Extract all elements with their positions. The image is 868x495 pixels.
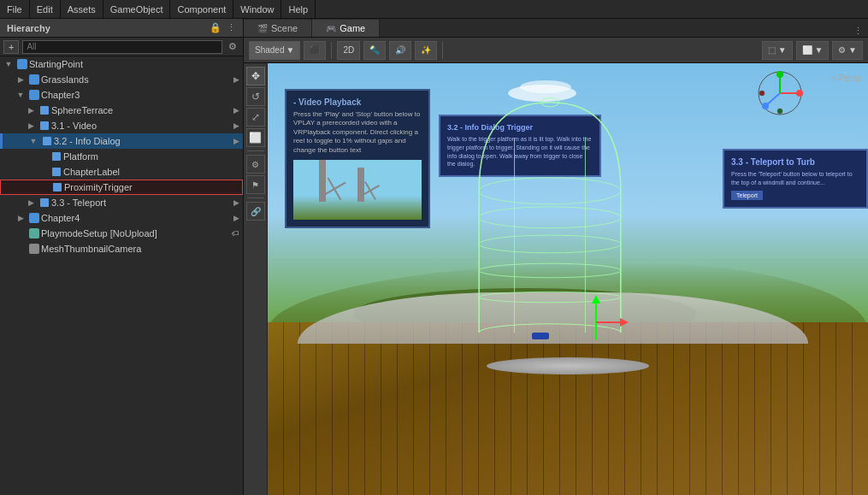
svg-point-15 (796, 90, 803, 97)
rotate-tool[interactable]: ↺ (246, 87, 265, 106)
more-icon[interactable]: ⋮ (227, 22, 236, 33)
tree-item-label: ChapterLabel (63, 167, 239, 177)
tree-item-label: PlaymodeSetup [NoUpload] (41, 228, 228, 239)
tree-item-sphere-terrace[interactable]: ▶ SphereTerrace ▶ (0, 103, 243, 118)
video-panel-text: Press the 'Play' and 'Stop' button below… (293, 110, 422, 155)
arrow-icon: ▶ (24, 198, 38, 207)
shaded-button[interactable]: Shaded ▼ (249, 41, 300, 60)
dropdown-arrow-icon: ▼ (286, 45, 294, 55)
tree-item-label: 3.1 - Video (51, 121, 233, 131)
camera-btn[interactable]: ⬚ ▼ (762, 41, 793, 60)
tree-item-label: Chapter3 (41, 90, 239, 100)
tree-item-label: Platform (63, 151, 239, 162)
menu-component[interactable]: Component (170, 0, 233, 18)
arrow-icon (14, 245, 27, 253)
svg-point-3 (479, 263, 621, 278)
hierarchy-panel-header: Hierarchy 🔒 ⋮ (0, 19, 243, 38)
scene-tab-icon: 🎬 (257, 24, 268, 33)
svg-point-19 (762, 103, 769, 109)
tree-item-33-teleport[interactable]: ▶ 3.3 - Teleport ▶ (0, 195, 243, 210)
right-arrow-icon: ▶ (233, 198, 239, 207)
menu-file[interactable]: File (0, 0, 30, 18)
2d-toggle-button[interactable]: 2D (337, 41, 360, 60)
right-area: 🎬 Scene 🎮 Game ⋮ Shaded ▼ ⬛ 2D (244, 19, 868, 495)
tag-icon: 🏷 (232, 229, 239, 238)
tree-item-label: MeshThumbnailCamera (41, 244, 239, 254)
tab-scene[interactable]: 🎬 Scene (244, 20, 312, 37)
arrow-icon (36, 152, 50, 161)
light-button[interactable]: 🔦 (363, 41, 386, 60)
top-bar: File Edit Assets GameObject Component Wi… (0, 0, 868, 19)
tree-item-label: 3.2 - Info Dialog (54, 136, 233, 146)
rect-select-tool[interactable]: ⬜ (246, 128, 265, 147)
tree-item-label: Chapter4 (41, 213, 233, 223)
audio-icon: 🔊 (395, 45, 405, 55)
tree-item-mesh-thumbnail[interactable]: MeshThumbnailCamera (0, 241, 243, 256)
tree-item-label: StartingPoint (29, 59, 239, 69)
tree-item-proximity-trigger[interactable]: ProximityTrigger (0, 180, 243, 195)
menu-edit[interactable]: Edit (30, 0, 61, 18)
right-arrow-icon: ▶ (233, 106, 239, 115)
windmill-blade-3 (323, 182, 346, 197)
tree-item-chapter-label[interactable]: ChapterLabel (0, 164, 243, 180)
teleport-text: Press the 'Teleport' button below to tel… (731, 170, 859, 187)
tree-item-platform[interactable]: Platform (0, 149, 243, 164)
top-tabs: 🎬 Scene 🎮 Game ⋮ (244, 19, 868, 38)
display-btn[interactable]: ⬜ ▼ (796, 41, 830, 60)
scene-more-icon[interactable]: ⋮ (853, 26, 863, 37)
toolbar-separator (331, 42, 332, 59)
scene-content-area: - Video Playback Press the 'Play' and 'S… (268, 63, 868, 495)
svg-point-2 (479, 235, 621, 253)
arrow-icon (36, 168, 50, 176)
svg-marker-12 (620, 318, 629, 327)
game-tab-icon: 🎮 (326, 24, 336, 33)
cube-icon (50, 180, 64, 194)
tree-item-32-info-dialog[interactable]: ▼ 3.2 - Info Dialog ▶ (0, 133, 243, 149)
hand-move-tool[interactable]: ✥ (246, 67, 265, 85)
tree-item-grasslands[interactable]: ▶ Grasslands ▶ (0, 72, 243, 87)
wireframe-toggle-button[interactable]: ⬛ (304, 41, 326, 60)
hierarchy-filter-icon[interactable]: ⚙ (226, 41, 239, 52)
arrow-icon: ▼ (2, 60, 15, 68)
menu-assets[interactable]: Assets (61, 0, 103, 18)
audio-button[interactable]: 🔊 (389, 41, 411, 60)
tab-game[interactable]: 🎮 Game (312, 20, 380, 37)
scene-view[interactable]: ✥ ↺ ⤢ ⬜ (244, 63, 868, 495)
arrow-icon: ▶ (24, 106, 38, 115)
arrow-icon: ▶ (24, 121, 38, 130)
right-arrow-icon: ▶ (233, 75, 239, 84)
main-layout: Hierarchy 🔒 ⋮ + ⚙ ▼ StartingPoint ▶ Gras… (0, 19, 868, 495)
light-icon: 🔦 (369, 45, 380, 55)
teleport-btn[interactable]: Teleport (731, 191, 763, 200)
cube-icon (50, 165, 63, 179)
menu-help[interactable]: Help (281, 0, 316, 18)
effects-button[interactable]: ✨ (415, 41, 437, 60)
effects-icon: ✨ (421, 45, 431, 55)
menu-gameobject[interactable]: GameObject (103, 0, 171, 18)
tree-item-chapter4[interactable]: ▶ Chapter4 ▶ (0, 210, 243, 226)
tab-game-label: Game (340, 23, 365, 33)
custom-tool-3[interactable]: 🔗 (246, 202, 265, 221)
svg-point-20 (759, 91, 765, 96)
display-icon: ⬜ ▼ (802, 45, 824, 55)
scale-tool[interactable]: ⤢ (246, 108, 265, 127)
tree-item-starting-point[interactable]: ▼ StartingPoint (0, 56, 243, 72)
tree-item-31-video[interactable]: ▶ 3.1 - Video ▶ (0, 118, 243, 133)
camera-icon: ⬚ ▼ (768, 45, 787, 55)
hierarchy-add-button[interactable]: + (3, 40, 19, 54)
custom-tool-1[interactable]: ⚙ (246, 155, 265, 174)
hierarchy-search-input[interactable] (22, 40, 222, 54)
settings-btn[interactable]: ⚙ ▼ (832, 41, 863, 60)
custom-tool-2[interactable]: ⚑ (246, 175, 265, 194)
lock-icon[interactable]: 🔒 (210, 22, 221, 33)
tree-item-playmode-setup[interactable]: PlaymodeSetup [NoUpload] 🏷 (0, 226, 243, 241)
floor-marker (532, 333, 549, 339)
tree-item-label: Grasslands (41, 74, 233, 85)
tree-item-chapter3[interactable]: ▼ Chapter3 (0, 87, 243, 103)
tree-item-label: ProximityTrigger (64, 182, 239, 192)
hierarchy-panel-title: Hierarchy (7, 23, 50, 33)
arrow-icon: ▶ (14, 75, 27, 84)
menu-window[interactable]: Window (233, 0, 281, 18)
hierarchy-toolbar: + ⚙ (0, 38, 243, 56)
right-arrow-icon: ▶ (233, 137, 239, 145)
